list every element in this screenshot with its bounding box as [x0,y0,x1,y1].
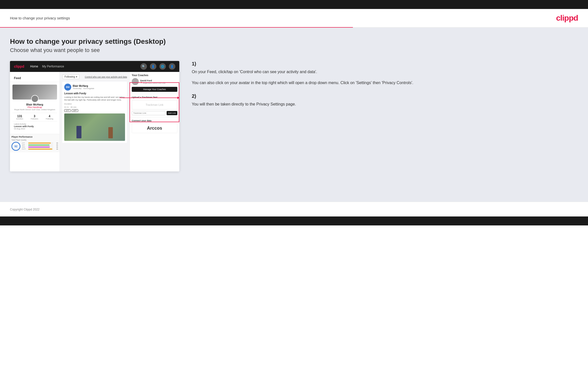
trackman-placeholder: Trackman Link [132,100,177,109]
quality-bars: OTT 90 APP 85 [22,142,58,150]
post-name: Blair McHarg [73,85,94,87]
bar-arg-val: 86 [54,146,58,148]
bar-arg-track [28,147,53,148]
header: How to change your privacy settings clip… [0,9,588,27]
bar-ott-val: 90 [54,142,58,144]
bar-putt-track [28,149,53,150]
tag-ott: OTT [64,109,71,112]
duration-label-text: Duration [64,103,72,105]
nav-item-home[interactable]: Home [30,65,38,68]
bar-putt-fill [28,149,52,150]
post-duration-value: 01 hr : 30 min [64,106,125,108]
trackman-input[interactable] [132,111,166,115]
figure-right [108,127,113,138]
post-title: Lesson with Fordy [64,92,125,95]
coaches-section: Your Coaches David Ford 📍 Royal North De… [130,72,179,94]
activities-label: Activities [16,118,23,120]
bar-app-fill [28,145,50,146]
latest-activity-name: Lesson with Fordy [12,125,57,128]
app-right-panel: Your Coaches David Ford 📍 Royal North De… [130,72,179,171]
search-icon[interactable]: 🔍 [140,63,147,70]
user-icon[interactable]: 👤 [150,63,156,70]
coach-name: David Ford [140,79,165,82]
post-avatar: BM [64,84,71,91]
red-arrow-line [120,98,179,98]
stat-followers: 3 Followers [31,114,38,120]
post-duration-label: Duration [64,103,125,105]
header-title: How to change your privacy settings [10,16,70,20]
app-feed: Following ▾ Control who can see your act… [60,72,130,171]
app-screenshot-wrapper: clippd Home My Performance 🔍 👤 🌐 👤 Feed [10,61,179,171]
instruction-1-note: You can also click on your avatar in the… [192,80,576,86]
page-subheading: Choose what you want people to see [10,47,578,53]
profile-name: Blair McHarg [12,103,57,106]
post-tags: OTT APP [64,109,125,112]
profile-club: Royal North Devon Golf Club, United King… [12,108,57,111]
coach-info: David Ford 📍 Royal North Devon Golf Club [140,79,165,84]
quality-label: Total Player Quality [11,139,58,141]
app-body: Feed Blair McHarg Plus Handicap Royal No… [10,72,179,171]
app-nav-icons: 🔍 👤 🌐 👤 [140,63,175,70]
instruction-1: 1) On your Feed, click/tap on 'Control w… [192,61,576,86]
stat-following: 4 Following [46,114,53,120]
control-privacy-link[interactable]: Control who can see your activity and da… [85,76,127,78]
instruction-2-num: 2) [192,93,576,99]
instruction-2: 2) You will then be taken directly to th… [192,93,576,107]
clippd-logo: clippd [556,13,578,23]
following-btn[interactable]: Following ▾ [62,74,79,79]
profile-img-area [12,85,57,100]
latest-activity-date: 03 Aug 2022 [12,128,57,130]
feed-tab[interactable]: Feed [10,74,60,82]
app-screenshot: clippd Home My Performance 🔍 👤 🌐 👤 Feed [10,61,179,171]
coach-item: David Ford 📍 Royal North Devon Golf Club [132,78,177,85]
coaches-title: Your Coaches [132,74,177,77]
connect-section: Connect your data Arccos [130,117,179,135]
content-row: clippd Home My Performance 🔍 👤 🌐 👤 Feed [10,61,578,171]
latest-activity-label: Latest Activity [12,123,57,125]
coach-avatar [132,78,139,85]
bar-ott-label: OTT [22,142,27,144]
app-nav-logo: clippd [14,64,24,68]
post-meta: Yesterday · Sunningdale [73,87,94,90]
page-heading: How to change your privacy settings (Des… [10,38,578,46]
manage-coaches-button[interactable]: Manage Your Coaches [132,87,177,92]
profile-card: Blair McHarg Plus Handicap Royal North D… [10,82,60,134]
bar-app-val: 85 [54,144,58,146]
followers-count: 3 [31,114,38,118]
app-sidebar: Feed Blair McHarg Plus Handicap Royal No… [10,72,60,171]
tag-app: APP [72,109,78,112]
bar-putt-label: PUTT [22,148,27,150]
footer-copyright: Copyright Clippd 2022 [10,208,40,211]
following-label: Following [46,118,53,120]
globe-icon[interactable]: 🌐 [159,63,166,70]
instruction-1-text: On your Feed, click/tap on 'Control who … [192,69,576,75]
player-performance: Player Performance Total Player Quality … [10,134,60,152]
followers-label: Followers [31,118,38,120]
bar-arg-label: ARG [22,146,27,148]
nav-item-performance[interactable]: My Performance [42,65,64,68]
chevron-down-icon: ▾ [76,75,77,78]
post-body: Looking to feel like my hands are exitin… [64,96,125,101]
figure-left [76,126,81,138]
arccos-logo: Arccos [132,123,177,133]
coach-club: 📍 Royal North Devon Golf Club [140,82,165,84]
add-link-button[interactable]: Add Link [167,111,177,115]
bar-app-track [28,145,53,146]
post-header: BM Blair McHarg Yesterday · Sunningdale [64,84,125,91]
instructions-panel: 1) On your Feed, click/tap on 'Control w… [189,61,578,115]
main-content: How to change your privacy settings (Des… [0,28,588,202]
feed-post: BM Blair McHarg Yesterday · Sunningdale … [62,82,127,143]
instruction-2-text: You will then be taken directly to the P… [192,101,576,107]
top-bar [0,0,588,9]
bar-putt-val: 96 [54,148,58,150]
bar-arg: ARG 86 [22,146,58,148]
stats-row: 131 Activities 3 Followers 4 Following [12,113,57,121]
post-image [64,113,125,141]
bottom-bar [0,216,588,225]
profile-handicap: Plus Handicap [12,106,57,108]
bar-arg-fill [28,147,50,148]
avatar-icon[interactable]: 👤 [169,63,175,70]
bar-app: APP 85 [22,144,58,146]
feed-header: Following ▾ Control who can see your act… [62,74,127,79]
profile-avatar [31,95,39,103]
